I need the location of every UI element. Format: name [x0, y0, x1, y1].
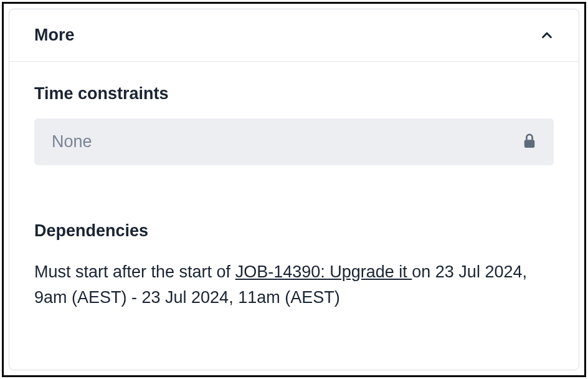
svg-rect-0	[524, 140, 535, 148]
panel-body: Time constraints None Dependencies Must …	[9, 62, 579, 332]
lock-icon	[523, 133, 536, 151]
dependency-item: Must start after the start of JOB-14390:…	[34, 259, 554, 310]
more-panel: More Time constraints None Dependen	[9, 9, 579, 370]
chevron-up-icon	[540, 29, 554, 42]
panel-header[interactable]: More	[9, 9, 579, 62]
time-constraints-field: None	[34, 118, 554, 165]
dependencies-title: Dependencies	[34, 221, 554, 241]
time-constraints-title: Time constraints	[34, 84, 554, 103]
outer-frame: More Time constraints None Dependen	[2, 2, 586, 377]
panel-title: More	[34, 26, 75, 45]
dependency-prefix: Must start after the start of	[34, 262, 235, 281]
time-constraints-value: None	[52, 132, 92, 151]
dependency-link[interactable]: JOB-14390: Upgrade it	[235, 262, 412, 281]
